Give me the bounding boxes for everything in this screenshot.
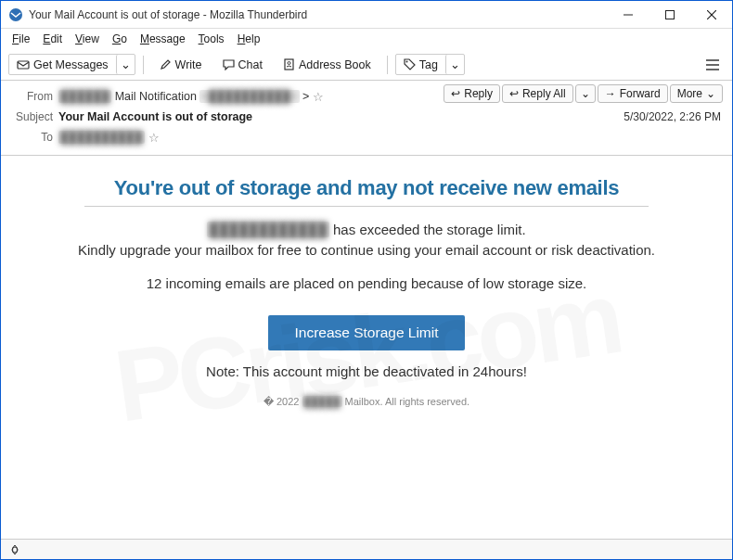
- body-footer: � 2022 █████ Mailbox. All rights reserve…: [29, 396, 704, 408]
- minimize-button[interactable]: [607, 1, 649, 28]
- more-label: More: [677, 87, 702, 100]
- download-icon: [17, 58, 30, 71]
- more-button[interactable]: More ⌄: [670, 84, 723, 103]
- body-paragraph-1: ████████████ has exceeded the storage li…: [29, 220, 704, 261]
- chevron-down-icon: ⌄: [121, 57, 131, 71]
- menu-tools[interactable]: Tools: [193, 31, 230, 47]
- app-icon: [8, 7, 23, 22]
- svg-rect-5: [18, 61, 29, 69]
- reply-label: Reply: [464, 87, 493, 100]
- chat-button[interactable]: Chat: [214, 55, 271, 75]
- tag-group: Tag ⌄: [395, 54, 465, 75]
- forward-icon: →: [605, 87, 616, 100]
- svg-point-8: [405, 61, 407, 63]
- window-title: Your Mail Account is out of storage - Mo…: [29, 8, 607, 21]
- tag-dropdown[interactable]: ⌄: [445, 55, 464, 74]
- subject-text: Your Mail Account is out of storage: [58, 110, 252, 123]
- pencil-icon: [160, 58, 172, 70]
- menu-go[interactable]: Go: [107, 31, 133, 47]
- body-heading: You're out of storage and may not receiv…: [29, 176, 704, 200]
- email-hidden: ████████████: [207, 222, 329, 237]
- menu-message[interactable]: Message: [135, 31, 191, 47]
- app-menu-button[interactable]: [701, 56, 725, 74]
- from-address-hidden: <██████████>: [199, 90, 299, 103]
- chevron-down-icon: ⌄: [581, 87, 590, 100]
- star-icon[interactable]: ☆: [148, 131, 160, 145]
- message-date: 5/30/2022, 2:26 PM: [624, 110, 721, 123]
- svg-line-3: [707, 10, 716, 19]
- chat-icon: [223, 58, 235, 70]
- from-label: From: [10, 90, 58, 103]
- separator: [387, 56, 388, 74]
- address-book-icon: [283, 58, 295, 70]
- get-messages-button[interactable]: Get Messages: [9, 56, 116, 74]
- activity-icon: [8, 543, 21, 556]
- subject-label: Subject: [10, 110, 58, 123]
- menu-help[interactable]: Help: [232, 31, 266, 47]
- menu-file[interactable]: File: [6, 31, 35, 47]
- tag-icon: [404, 58, 416, 70]
- message-actions: ↩Reply ↩Reply All ⌄ →Forward More ⌄: [444, 84, 723, 103]
- separator: [143, 56, 144, 74]
- to-hidden: ██████████: [58, 131, 145, 144]
- maximize-button[interactable]: [649, 1, 690, 28]
- reply-all-button[interactable]: ↩Reply All: [502, 84, 573, 103]
- chat-label: Chat: [238, 58, 263, 71]
- tag-button[interactable]: Tag: [396, 56, 445, 74]
- reply-button[interactable]: ↩Reply: [444, 84, 500, 103]
- body-note: Note: This account might be deactivated …: [29, 363, 704, 379]
- star-icon[interactable]: ☆: [313, 90, 324, 104]
- close-button[interactable]: [690, 1, 732, 28]
- get-messages-label: Get Messages: [33, 58, 109, 71]
- write-button[interactable]: Write: [151, 55, 211, 75]
- from-name-text: Mail Notification: [115, 90, 197, 103]
- address-book-label: Address Book: [299, 58, 371, 71]
- address-book-button[interactable]: Address Book: [275, 55, 379, 75]
- reply-all-icon: ↩: [509, 87, 519, 100]
- body-paragraph-2: 12 incoming emails are placed on pending…: [29, 274, 704, 294]
- divider: [84, 206, 649, 207]
- chevron-down-icon: ⌄: [706, 87, 715, 100]
- toolbar: Get Messages ⌄ Write Chat Address Book T…: [1, 49, 732, 81]
- message-body: PCrisk.com You're out of storage and may…: [1, 156, 732, 547]
- hamburger-icon: [706, 59, 719, 70]
- chevron-down-icon: ⌄: [450, 57, 460, 71]
- message-headers: ↩Reply ↩Reply All ⌄ →Forward More ⌄ From…: [1, 81, 732, 156]
- svg-line-4: [707, 10, 716, 19]
- to-label: To: [10, 131, 58, 144]
- status-bar: [1, 539, 732, 559]
- forward-label: Forward: [620, 87, 661, 100]
- increase-storage-button[interactable]: Increase Storage Limit: [268, 315, 464, 350]
- reply-all-dropdown[interactable]: ⌄: [575, 84, 596, 103]
- tag-label: Tag: [419, 58, 438, 71]
- get-messages-dropdown[interactable]: ⌄: [116, 55, 135, 74]
- menu-edit[interactable]: Edit: [37, 31, 68, 47]
- svg-point-7: [288, 62, 290, 65]
- title-bar: Your Mail Account is out of storage - Mo…: [1, 1, 732, 29]
- svg-point-0: [9, 8, 22, 21]
- write-label: Write: [175, 58, 202, 71]
- menu-bar: File Edit View Go Message Tools Help: [1, 29, 732, 49]
- menu-view[interactable]: View: [70, 31, 105, 47]
- reply-all-label: Reply All: [522, 87, 566, 100]
- window-controls: [607, 1, 732, 28]
- forward-button[interactable]: →Forward: [598, 84, 668, 103]
- reply-icon: ↩: [451, 87, 460, 100]
- get-messages-group: Get Messages ⌄: [8, 54, 135, 75]
- svg-rect-2: [665, 10, 674, 19]
- from-hidden: ██████: [58, 90, 111, 103]
